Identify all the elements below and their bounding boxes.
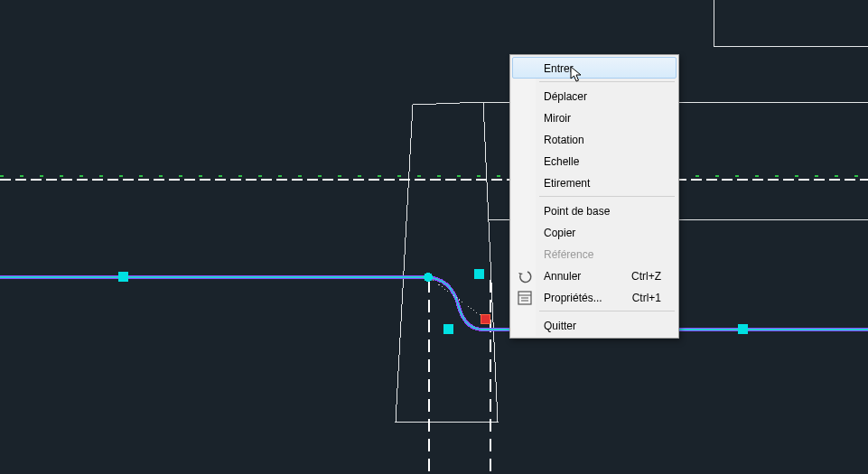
menu-item-undo[interactable]: Annuler Ctrl+Z	[512, 265, 677, 286]
construction-shape	[396, 102, 498, 422]
cad-canvas[interactable]	[0, 0, 868, 474]
menu-item-exit[interactable]: Quitter	[512, 314, 677, 336]
menu-item-label: Annuler	[544, 270, 581, 283]
grip-handle[interactable]	[443, 324, 453, 334]
menu-item-label: Rotation	[544, 134, 584, 146]
menu-item-shortcut: Ctrl+Z	[631, 265, 661, 287]
menu-item-reference: Référence	[512, 243, 677, 265]
menu-separator	[539, 196, 675, 197]
menu-item-basepoint[interactable]: Point de base	[512, 200, 677, 221]
menu-item-label: Etirement	[544, 177, 590, 190]
menu-item-label: Déplacer	[544, 90, 587, 103]
menu-item-move[interactable]: Déplacer	[512, 85, 677, 107]
menu-item-label: Copier	[544, 227, 575, 239]
menu-item-label: Entrer	[544, 62, 574, 75]
menu-item-mirror[interactable]: Miroir	[512, 107, 677, 128]
menu-item-properties[interactable]: Propriétés... Ctrl+1	[512, 286, 677, 308]
menu-item-label: Quitter	[544, 320, 576, 332]
menu-item-label: Propriétés...	[544, 292, 602, 304]
menu-item-scale[interactable]: Echelle	[512, 150, 677, 172]
polyline-arc[interactable]	[425, 277, 483, 330]
endpoint-marker[interactable]	[481, 314, 490, 323]
menu-separator	[539, 81, 675, 82]
menu-separator	[539, 311, 675, 311]
menu-item-enter[interactable]: Entrer	[512, 57, 677, 79]
menu-item-label: Point de base	[544, 205, 610, 218]
grip-handle[interactable]	[118, 272, 128, 282]
menu-item-stretch[interactable]: Etirement	[512, 172, 677, 193]
menu-item-label: Référence	[544, 248, 593, 261]
grip-handle[interactable]	[738, 324, 748, 334]
grip-handle[interactable]	[424, 273, 433, 282]
properties-icon	[517, 290, 533, 306]
undo-icon	[517, 268, 533, 284]
grip-handle[interactable]	[474, 269, 484, 279]
context-menu: Entrer Déplacer Miroir Rotation Echelle …	[509, 54, 679, 339]
menu-item-rotate[interactable]: Rotation	[512, 128, 677, 150]
menu-item-label: Miroir	[544, 112, 571, 125]
menu-item-label: Echelle	[544, 155, 579, 168]
menu-item-shortcut: Ctrl+1	[632, 287, 661, 309]
menu-item-copy[interactable]: Copier	[512, 221, 677, 243]
